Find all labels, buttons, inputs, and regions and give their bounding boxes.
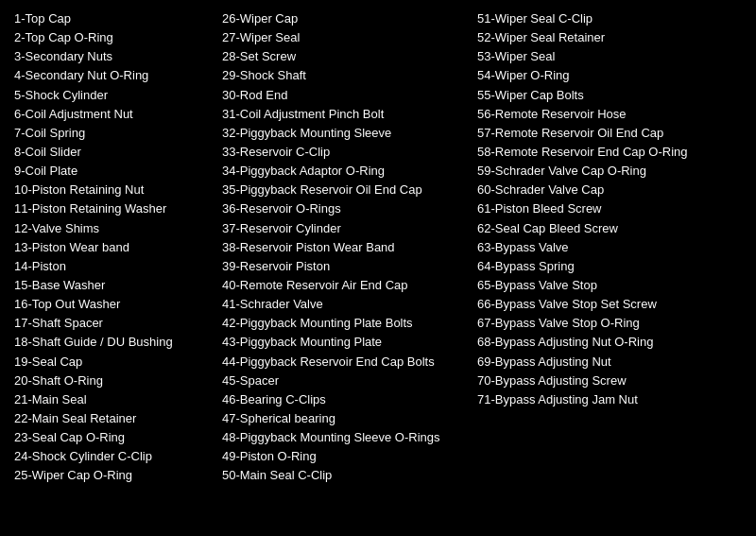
list-item: 20-Shaft O-Ring	[14, 372, 213, 390]
list-item: 28-Set Screw	[222, 47, 468, 66]
list-item: 70-Bypass Adjusting Screw	[477, 372, 732, 390]
list-item: 4-Secondary Nut O-Ring	[14, 66, 213, 85]
list-item: 40-Remote Reservoir Air End Cap	[222, 276, 468, 295]
list-item: 22-Main Seal Retainer	[14, 409, 213, 428]
list-item: 3-Secondary Nuts	[14, 47, 213, 66]
list-item: 46-Bearing C-Clips	[222, 390, 468, 409]
list-item: 10-Piston Retaining Nut	[14, 181, 213, 199]
list-item: 31-Coil Adjustment Pinch Bolt	[222, 105, 468, 124]
list-item: 6-Coil Adjustment Nut	[14, 105, 213, 124]
list-item: 25-Wiper Cap O-Ring	[14, 466, 213, 485]
list-item: 47-Spherical bearing	[222, 409, 468, 428]
column-2: 26-Wiper Cap27-Wiper Seal28-Set Screw29-…	[222, 9, 477, 486]
column-1: 1-Top Cap2-Top Cap O-Ring3-Secondary Nut…	[14, 9, 222, 486]
parts-list: 1-Top Cap2-Top Cap O-Ring3-Secondary Nut…	[14, 9, 742, 486]
list-item: 48-Piggyback Mounting Sleeve O-Rings	[222, 428, 468, 447]
list-item: 21-Main Seal	[14, 390, 213, 409]
list-item: 36-Reservoir O-Rings	[222, 199, 468, 218]
list-item: 60-Schrader Valve Cap	[477, 181, 732, 199]
list-item: 39-Reservoir Piston	[222, 257, 468, 276]
list-item: 15-Base Washer	[14, 276, 213, 295]
list-item: 35-Piggyback Reservoir Oil End Cap	[222, 181, 468, 199]
list-item: 1-Top Cap	[14, 9, 213, 28]
list-item: 29-Shock Shaft	[222, 66, 468, 85]
list-item: 13-Piston Wear band	[14, 238, 213, 257]
list-item: 23-Seal Cap O-Ring	[14, 428, 213, 447]
list-item: 59-Schrader Valve Cap O-Ring	[477, 162, 732, 181]
list-item: 32-Piggyback Mounting Sleeve	[222, 124, 468, 143]
list-item: 65-Bypass Valve Stop	[477, 276, 732, 295]
list-item: 43-Piggyback Mounting Plate	[222, 333, 468, 352]
list-item: 67-Bypass Valve Stop O-Ring	[477, 314, 732, 333]
list-item: 38-Reservoir Piston Wear Band	[222, 238, 468, 257]
list-item: 2-Top Cap O-Ring	[14, 28, 213, 47]
list-item: 42-Piggyback Mounting Plate Bolts	[222, 314, 468, 333]
list-item: 26-Wiper Cap	[222, 9, 468, 28]
list-item: 41-Schrader Valve	[222, 295, 468, 314]
list-item: 19-Seal Cap	[14, 353, 213, 372]
list-item: 12-Valve Shims	[14, 219, 213, 238]
list-item: 45-Spacer	[222, 372, 468, 390]
list-item: 54-Wiper O-Ring	[477, 66, 732, 85]
list-item: 55-Wiper Cap Bolts	[477, 86, 732, 105]
list-item: 11-Piston Retaining Washer	[14, 199, 213, 218]
list-item: 62-Seal Cap Bleed Screw	[477, 219, 732, 238]
list-item: 33-Reservoir C-Clip	[222, 143, 468, 162]
list-item: 49-Piston O-Ring	[222, 447, 468, 466]
list-item: 69-Bypass Adjusting Nut	[477, 353, 732, 372]
list-item: 8-Coil Slider	[14, 143, 213, 162]
list-item: 64-Bypass Spring	[477, 257, 732, 276]
list-item: 34-Piggyback Adaptor O-Ring	[222, 162, 468, 181]
list-item: 66-Bypass Valve Stop Set Screw	[477, 295, 732, 314]
list-item: 58-Remote Reservoir End Cap O-Ring	[477, 143, 723, 162]
list-item: 24-Shock Cylinder C-Clip	[14, 447, 213, 466]
list-item: 17-Shaft Spacer	[14, 314, 213, 333]
list-item: 16-Top Out Washer	[14, 295, 213, 314]
list-item: 53-Wiper Seal	[477, 47, 732, 66]
list-item: 50-Main Seal C-Clip	[222, 466, 468, 485]
list-item: 37-Reservoir Cylinder	[222, 219, 468, 238]
list-item: 56-Remote Reservoir Hose	[477, 105, 732, 124]
list-item: 63-Bypass Valve	[477, 238, 732, 257]
list-item: 57-Remote Reservoir Oil End Cap	[477, 124, 723, 143]
list-item: 5-Shock Cylinder	[14, 86, 213, 105]
list-item: 30-Rod End	[222, 86, 468, 105]
column-3: 51-Wiper Seal C-Clip52-Wiper Seal Retain…	[477, 9, 742, 486]
list-item: 18-Shaft Guide / DU Bushing	[14, 333, 213, 352]
list-item: 52-Wiper Seal Retainer	[477, 28, 732, 47]
list-item: 61-Piston Bleed Screw	[477, 199, 732, 218]
list-item: 51-Wiper Seal C-Clip	[477, 9, 732, 28]
list-item: 68-Bypass Adjusting Nut O-Ring	[477, 333, 732, 352]
list-item: 27-Wiper Seal	[222, 28, 468, 47]
list-item: 44-Piggyback Reservoir End Cap Bolts	[222, 353, 468, 372]
list-item: 7-Coil Spring	[14, 124, 213, 143]
list-item: 9-Coil Plate	[14, 162, 213, 181]
list-item: 71-Bypass Adjusting Jam Nut	[477, 390, 732, 409]
list-item: 14-Piston	[14, 257, 213, 276]
